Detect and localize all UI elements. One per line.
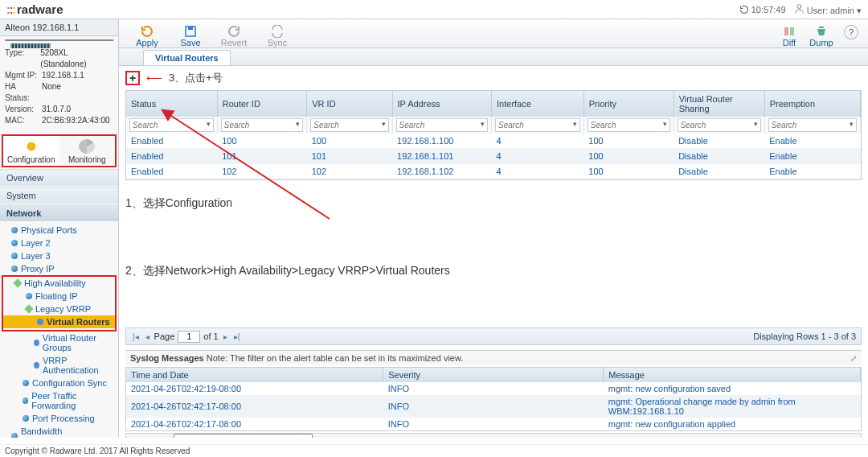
sys-pager-prev[interactable]: ◂	[141, 436, 146, 438]
search-vr-id[interactable]	[310, 118, 388, 132]
syslog-row[interactable]: 2021-04-26T02:42:17-08:00INFOmgmt: new c…	[126, 418, 861, 430]
sync-icon	[271, 25, 284, 38]
pager-last[interactable]: ▸|	[232, 332, 242, 341]
pager-prev[interactable]: ◂	[144, 332, 151, 341]
nav-peer-traffic[interactable]: Peer Traffic Forwarding	[0, 389, 118, 412]
sync-button[interactable]: Sync	[256, 25, 299, 47]
sphere-icon	[26, 293, 32, 299]
nav-high-availability[interactable]: High Availability	[3, 277, 115, 290]
diamond-icon	[24, 304, 33, 313]
syslog-row[interactable]: 2021-04-26T02:42:19-08:00INFOmgmt: new c…	[126, 382, 861, 395]
nav-physical-ports[interactable]: Physical Ports	[0, 224, 118, 237]
search-sharing[interactable]	[678, 118, 761, 132]
search-status[interactable]	[129, 118, 214, 132]
user-menu[interactable]: User: admin ▾	[794, 3, 862, 16]
table-row[interactable]: Enabled102102192.168.1.1024100DisableEna…	[126, 164, 861, 179]
tab-monitoring[interactable]: Monitoring	[59, 136, 116, 166]
annotations: 1、选择Configuration 2、选择Network>High Avail…	[119, 180, 868, 282]
help-button[interactable]: ?	[844, 25, 858, 39]
sys-col-msg[interactable]: Message	[604, 368, 861, 382]
search-preemption[interactable]	[768, 118, 857, 132]
table-row[interactable]: Enabled100100192.168.1.1004100DisableEna…	[126, 134, 861, 149]
diff-icon	[783, 25, 796, 38]
nav-layer3[interactable]: Layer 3	[0, 249, 118, 262]
pager-of-label: of 1	[203, 331, 218, 341]
tab-configuration[interactable]: Configuration	[3, 136, 59, 166]
save-button[interactable]: Save	[169, 25, 212, 47]
brand-text: radware	[17, 2, 63, 16]
sys-pager-last[interactable]: ▸|	[342, 436, 349, 438]
clock-text: 10:57:49	[751, 5, 786, 14]
nav-vrrp-auth[interactable]: VRRP Authentication	[0, 354, 118, 377]
sys-col-time[interactable]: Time and Date	[126, 368, 383, 382]
nav-overview[interactable]: Overview	[0, 169, 118, 187]
search-router-id[interactable]	[221, 118, 303, 132]
nav-port-processing[interactable]: Port Processing	[0, 412, 118, 425]
nav-floating-ip[interactable]: Floating IP	[3, 290, 115, 303]
sphere-icon	[11, 240, 18, 246]
nav-system[interactable]: System	[0, 187, 118, 204]
sys-pager-first[interactable]: |◂	[131, 436, 138, 438]
pager-next[interactable]: ▸	[222, 332, 229, 341]
col-router-id[interactable]: Router ID	[217, 91, 306, 117]
tab-virtual-routers[interactable]: Virtual Routers	[143, 50, 231, 65]
col-priority[interactable]: Priority	[583, 91, 674, 117]
user-label: User: admin	[807, 6, 854, 15]
nav-proxy-ip[interactable]: Proxy IP	[0, 262, 118, 275]
syslog-note: Note: The filter on the alert table can …	[207, 353, 464, 363]
col-sharing[interactable]: Virtual Router Sharing	[674, 91, 764, 117]
nav-legacy-vrrp[interactable]: Legacy VRRP	[3, 303, 115, 315]
col-interface[interactable]: Interface	[492, 91, 584, 117]
toolbar: Apply Save Revert Sync Diff Dump ?	[119, 19, 868, 48]
svg-rect-4	[790, 27, 794, 35]
col-status[interactable]: Status	[126, 91, 217, 117]
logo: ::: radware	[6, 2, 63, 16]
sys-pager-next[interactable]: ▸	[334, 436, 338, 438]
revert-button[interactable]: Revert	[212, 25, 256, 47]
pager-page-input[interactable]	[178, 331, 200, 343]
svg-rect-5	[819, 27, 824, 28]
sphere-icon	[11, 253, 18, 259]
revert-icon	[227, 25, 240, 38]
dot-icon	[34, 362, 39, 368]
col-vr-id[interactable]: VR ID	[307, 91, 392, 117]
dump-button[interactable]: Dump	[805, 25, 837, 47]
pager-first[interactable]: |◂	[131, 332, 141, 341]
syslog-pager: |◂ ◂ Page of 1 ▸ ▸| Displaying Rows 1 - …	[125, 433, 862, 438]
logo-dots: :::	[6, 3, 15, 16]
col-ip[interactable]: IP Address	[392, 91, 492, 117]
search-interface[interactable]	[495, 118, 580, 132]
gear-icon	[23, 139, 39, 154]
svg-rect-2	[188, 27, 193, 30]
sphere-icon	[23, 380, 29, 386]
nav-network[interactable]: Network	[0, 204, 118, 222]
device-info: Type:5208XL (Standalone) Mgmt IP:192.168…	[0, 44, 118, 133]
device-title: Alteon 192.168.1.1	[0, 19, 118, 36]
sidebar: Alteon 192.168.1.1 Type:5208XL (Standalo…	[0, 19, 119, 438]
col-preemption[interactable]: Preemption	[764, 91, 860, 117]
syslog-row[interactable]: 2021-04-26T02:42:17-08:00INFOmgmt: Opera…	[126, 395, 861, 418]
diff-button[interactable]: Diff	[773, 25, 805, 47]
sphere-icon	[11, 266, 18, 272]
annotation-3: 3、点击+号	[169, 71, 223, 85]
nav-config-sync[interactable]: Configuration Sync	[0, 377, 118, 389]
sphere-icon	[23, 397, 28, 404]
dot-icon	[34, 340, 39, 346]
syslog-title: Syslog Messages	[130, 353, 204, 363]
add-button[interactable]: +	[125, 71, 140, 85]
nav-bandwidth[interactable]: Bandwidth Management	[0, 425, 118, 438]
nav-virtual-routers[interactable]: Virtual Routers	[3, 315, 115, 328]
search-priority[interactable]	[588, 118, 670, 132]
apply-button[interactable]: Apply	[125, 25, 169, 47]
refresh-button[interactable]: 10:57:49	[739, 5, 786, 14]
annotation-2: 2、选择Network>High Availability>Legacy VRR…	[125, 259, 862, 282]
topbar: ::: radware 10:57:49 User: admin ▾	[0, 0, 868, 19]
nav-layer2[interactable]: Layer 2	[0, 237, 118, 249]
sys-col-sev[interactable]: Severity	[383, 368, 604, 382]
sys-pager-page-input[interactable]	[174, 434, 313, 438]
search-ip[interactable]	[396, 118, 489, 132]
table-row[interactable]: Enabled101101192.168.1.1014100DisableEna…	[126, 149, 861, 164]
syslog-maximize[interactable]: ⤢	[850, 354, 857, 363]
nav-virtual-router-groups[interactable]: Virtual Router Groups	[0, 331, 118, 354]
add-row: + ⟵ 3、点击+号	[119, 66, 868, 90]
